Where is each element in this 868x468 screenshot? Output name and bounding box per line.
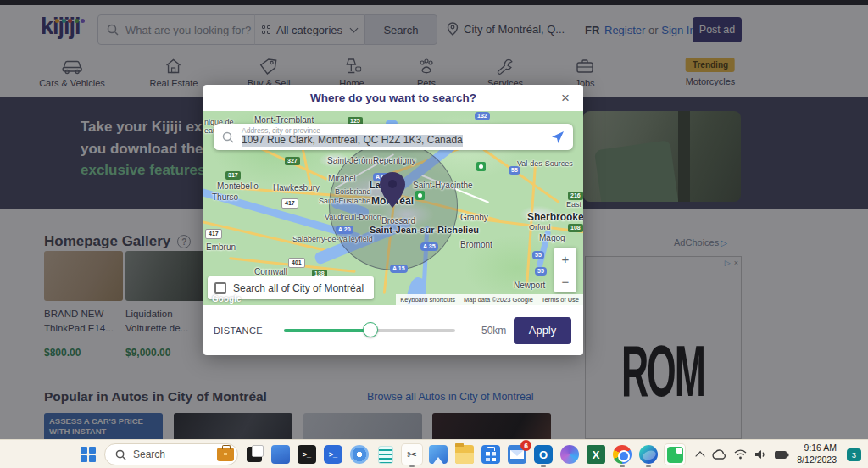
mail-icon[interactable]: 6 (507, 444, 527, 465)
map-label: Sherbrooke (527, 211, 583, 223)
route-badge: A 15 (390, 265, 408, 273)
mail-badge: 6 (520, 440, 531, 451)
copilot-icon[interactable] (559, 444, 580, 465)
distance-bar: DISTANCE 50km Apply (203, 305, 583, 355)
map-label: Saint-Hyacinthe (413, 181, 473, 190)
chrome-icon[interactable] (612, 444, 632, 465)
checkbox-unchecked[interactable] (214, 282, 226, 294)
search-icon (115, 449, 126, 460)
close-icon[interactable]: × (556, 89, 575, 108)
snipping-tool-icon[interactable]: ✂ (402, 444, 422, 465)
edge-icon[interactable] (638, 444, 659, 465)
route-badge: 417 (205, 229, 222, 239)
outlook-icon[interactable]: O (533, 444, 554, 465)
windows-taskbar: Search >_ >_ ✂ 6 O X (0, 439, 868, 468)
address-search-field[interactable]: Address, city or province 1097 Rue Clark… (214, 124, 573, 150)
map-label: Salaberry-de-Valleyfield (292, 235, 373, 243)
map-label: Hawkesbury (273, 183, 320, 192)
terminal-icon[interactable]: >_ (297, 444, 317, 465)
route-badge: 317 (225, 171, 241, 180)
map-attribution: Keyboard shortcuts Map data ©2023 Google… (396, 294, 583, 305)
microsoft-store-icon[interactable] (481, 444, 501, 465)
route-badge: 132 (475, 112, 490, 120)
route-badge: 55 (532, 251, 544, 259)
modal-title: Where do you want to search? (203, 92, 583, 104)
distance-slider[interactable] (284, 329, 455, 332)
distance-value: 50km (481, 325, 506, 337)
map-label: Saint-Jérôme (327, 156, 377, 165)
park-icon (415, 191, 425, 200)
route-badge: A 20 (336, 226, 353, 234)
map-canvas[interactable]: 125 132 327 317 A 640 417 417 401 A 20 A… (203, 111, 583, 305)
route-badge: A 35 (420, 242, 438, 251)
start-button[interactable] (78, 444, 98, 465)
apply-button[interactable]: Apply (514, 317, 571, 344)
taskbar-search-label: Search (133, 448, 165, 460)
task-view-icon[interactable] (244, 444, 264, 465)
windows-logo-icon (81, 447, 96, 462)
file-explorer-icon[interactable] (454, 444, 475, 465)
distance-label: DISTANCE (214, 326, 263, 336)
location-search-modal: Where do you want to search? × (203, 85, 583, 355)
map-label: East (566, 200, 581, 209)
checkbox-label: Search all of City of Montréal (233, 282, 364, 294)
powershell-icon[interactable]: >_ (323, 444, 343, 465)
route-badge: 216 (568, 192, 583, 200)
locate-me-icon[interactable] (551, 131, 565, 144)
system-tray: 9:16 AM 8/12/2023 3 (697, 440, 868, 468)
park-icon (476, 162, 486, 171)
map-label: Thurso (212, 192, 238, 202)
wifi-icon[interactable] (734, 449, 747, 460)
taskbar-apps: Search >_ >_ ✂ 6 O X (78, 440, 685, 468)
search-icon (222, 131, 234, 143)
map-label: Embrun (206, 242, 236, 252)
evernote-icon[interactable] (665, 444, 685, 465)
route-badge: 401 (288, 258, 305, 268)
excel-icon[interactable]: X (586, 444, 606, 465)
search-highlight-icon (217, 448, 234, 461)
taskbar-search[interactable]: Search (104, 443, 238, 465)
photos-icon[interactable] (428, 444, 448, 465)
keyboard-shortcuts-link[interactable]: Keyboard shortcuts (396, 294, 459, 305)
map-label: Granby (460, 213, 488, 222)
settings-icon[interactable] (349, 444, 370, 465)
slider-thumb[interactable] (363, 322, 378, 337)
onedrive-cloud-icon[interactable] (711, 449, 726, 460)
map-label: Vaudreuil-Dorion (325, 213, 381, 221)
volume-icon[interactable] (754, 449, 766, 460)
map-data-label: Map data ©2023 Google (459, 294, 537, 305)
zoom-out-button[interactable]: − (554, 270, 576, 292)
notification-count-badge[interactable]: 3 (847, 448, 861, 461)
route-badge: 327 (285, 157, 300, 165)
battery-icon[interactable] (774, 450, 789, 460)
map-label: Saint-Jean-sur-Richelieu (370, 225, 479, 235)
dev-home-icon[interactable] (270, 444, 291, 465)
route-badge: 417 (281, 198, 298, 209)
clock-date: 8/12/2023 (797, 454, 837, 466)
map-label: Montebello (217, 181, 259, 191)
screen: kijiji What are you looking for? All cat… (0, 0, 868, 468)
map-zoom-control: + − (554, 248, 576, 292)
clock-time: 9:16 AM (797, 443, 837, 454)
route-badge: 55 (535, 267, 547, 276)
terms-of-use-link[interactable]: Terms of Use (537, 294, 583, 305)
map-label: Cornwall (254, 267, 287, 276)
notepad-icon[interactable] (376, 444, 396, 465)
address-field-value[interactable]: 1097 Rue Clark, Montréal, QC H2Z 1K3, Ca… (242, 135, 463, 147)
map-label: Bromont (460, 240, 492, 249)
map-label: Saint-Eustache (319, 197, 370, 205)
tray-chevron-icon[interactable] (697, 450, 704, 460)
address-field-texts: Address, city or province 1097 Rue Clark… (242, 127, 463, 148)
map-label: Mirabel (328, 174, 356, 183)
apply-label: Apply (529, 324, 557, 337)
zoom-in-button[interactable]: + (554, 248, 576, 270)
map-label: Boisbriand (335, 187, 371, 196)
map-label: Newport (514, 281, 545, 290)
google-watermark: Google (212, 294, 241, 304)
map-label: Val-des-Sources (517, 159, 573, 168)
map-pin-icon (377, 170, 408, 209)
map-label: Magog (539, 233, 565, 242)
route-badge: 108 (568, 224, 583, 232)
taskbar-clock[interactable]: 9:16 AM 8/12/2023 (797, 443, 837, 465)
slider-fill (284, 329, 370, 332)
